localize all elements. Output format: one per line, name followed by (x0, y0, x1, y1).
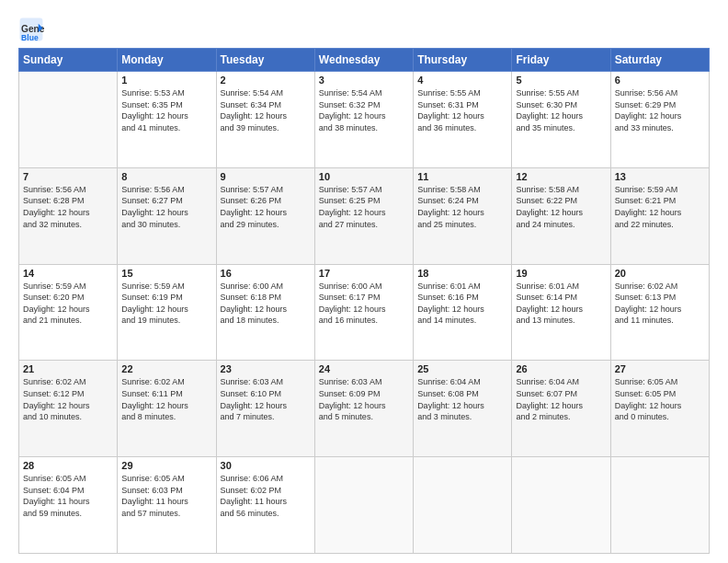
calendar-cell: 10Sunrise: 5:57 AM Sunset: 6:25 PM Dayli… (314, 167, 413, 264)
calendar-cell: 1Sunrise: 5:53 AM Sunset: 6:35 PM Daylig… (118, 72, 216, 168)
calendar-cell (19, 72, 118, 168)
day-info: Sunrise: 5:57 AM Sunset: 6:26 PM Dayligh… (221, 184, 311, 230)
calendar-cell: 21Sunrise: 6:02 AM Sunset: 6:12 PM Dayli… (19, 361, 118, 457)
calendar-cell: 24Sunrise: 6:03 AM Sunset: 6:09 PM Dayli… (314, 361, 413, 457)
day-info: Sunrise: 5:56 AM Sunset: 6:29 PM Dayligh… (615, 87, 705, 133)
day-number: 5 (516, 75, 606, 86)
calendar-cell (314, 457, 413, 554)
day-info: Sunrise: 5:59 AM Sunset: 6:19 PM Dayligh… (121, 281, 211, 327)
day-number: 8 (121, 171, 211, 182)
calendar-cell: 30Sunrise: 6:06 AM Sunset: 6:02 PM Dayli… (216, 457, 314, 554)
calendar-header-monday: Monday (118, 49, 216, 72)
page: General Blue SundayMondayTuesdayWednesda… (0, 0, 728, 563)
day-info: Sunrise: 6:02 AM Sunset: 6:11 PM Dayligh… (121, 376, 211, 422)
day-number: 14 (23, 268, 113, 279)
header: General Blue (18, 17, 710, 42)
svg-text:Blue: Blue (21, 33, 39, 42)
day-info: Sunrise: 6:03 AM Sunset: 6:10 PM Dayligh… (221, 376, 311, 422)
day-number: 9 (221, 171, 311, 182)
day-info: Sunrise: 6:05 AM Sunset: 6:03 PM Dayligh… (121, 473, 211, 519)
day-info: Sunrise: 5:59 AM Sunset: 6:21 PM Dayligh… (615, 184, 705, 230)
calendar-week-row: 7Sunrise: 5:56 AM Sunset: 6:28 PM Daylig… (19, 167, 710, 264)
logo-icon: General Blue (18, 17, 44, 42)
day-info: Sunrise: 5:55 AM Sunset: 6:31 PM Dayligh… (417, 87, 507, 133)
calendar-cell: 6Sunrise: 5:56 AM Sunset: 6:29 PM Daylig… (610, 72, 709, 168)
day-number: 13 (615, 171, 705, 182)
calendar-cell (512, 457, 610, 554)
calendar-header-wednesday: Wednesday (314, 49, 413, 72)
day-info: Sunrise: 5:58 AM Sunset: 6:24 PM Dayligh… (417, 184, 507, 230)
calendar-header-tuesday: Tuesday (216, 49, 314, 72)
day-number: 15 (121, 268, 211, 279)
calendar-cell: 4Sunrise: 5:55 AM Sunset: 6:31 PM Daylig… (414, 72, 512, 168)
day-info: Sunrise: 6:04 AM Sunset: 6:08 PM Dayligh… (417, 376, 507, 422)
day-number: 16 (221, 268, 311, 279)
day-info: Sunrise: 6:00 AM Sunset: 6:17 PM Dayligh… (319, 281, 409, 327)
day-number: 7 (23, 171, 113, 182)
day-number: 25 (417, 363, 507, 374)
calendar-cell: 14Sunrise: 5:59 AM Sunset: 6:20 PM Dayli… (19, 264, 118, 361)
calendar-week-row: 14Sunrise: 5:59 AM Sunset: 6:20 PM Dayli… (19, 264, 710, 361)
day-number: 21 (23, 363, 113, 374)
day-info: Sunrise: 5:56 AM Sunset: 6:27 PM Dayligh… (121, 184, 211, 230)
calendar-cell: 27Sunrise: 6:05 AM Sunset: 6:05 PM Dayli… (610, 361, 709, 457)
day-number: 28 (23, 460, 113, 471)
day-info: Sunrise: 6:01 AM Sunset: 6:14 PM Dayligh… (516, 281, 606, 327)
day-info: Sunrise: 5:58 AM Sunset: 6:22 PM Dayligh… (516, 184, 606, 230)
day-number: 4 (417, 75, 507, 86)
calendar-cell: 20Sunrise: 6:02 AM Sunset: 6:13 PM Dayli… (610, 264, 709, 361)
calendar-cell: 9Sunrise: 5:57 AM Sunset: 6:26 PM Daylig… (216, 167, 314, 264)
calendar-week-row: 28Sunrise: 6:05 AM Sunset: 6:04 PM Dayli… (19, 457, 710, 554)
calendar-week-row: 21Sunrise: 6:02 AM Sunset: 6:12 PM Dayli… (19, 361, 710, 457)
day-number: 29 (121, 460, 211, 471)
day-number: 26 (516, 363, 606, 374)
day-info: Sunrise: 5:57 AM Sunset: 6:25 PM Dayligh… (319, 184, 409, 230)
day-number: 17 (319, 268, 409, 279)
calendar-cell: 28Sunrise: 6:05 AM Sunset: 6:04 PM Dayli… (19, 457, 118, 554)
day-number: 23 (221, 363, 311, 374)
day-info: Sunrise: 6:05 AM Sunset: 6:05 PM Dayligh… (615, 376, 705, 422)
calendar-header-row: SundayMondayTuesdayWednesdayThursdayFrid… (19, 49, 710, 72)
day-info: Sunrise: 5:59 AM Sunset: 6:20 PM Dayligh… (23, 281, 113, 327)
day-number: 30 (221, 460, 311, 471)
logo: General Blue (18, 17, 46, 42)
calendar-cell: 7Sunrise: 5:56 AM Sunset: 6:28 PM Daylig… (19, 167, 118, 264)
calendar-cell: 19Sunrise: 6:01 AM Sunset: 6:14 PM Dayli… (512, 264, 610, 361)
day-number: 12 (516, 171, 606, 182)
calendar-cell: 5Sunrise: 5:55 AM Sunset: 6:30 PM Daylig… (512, 72, 610, 168)
calendar-cell: 16Sunrise: 6:00 AM Sunset: 6:18 PM Dayli… (216, 264, 314, 361)
day-info: Sunrise: 5:56 AM Sunset: 6:28 PM Dayligh… (23, 184, 113, 230)
calendar-cell: 18Sunrise: 6:01 AM Sunset: 6:16 PM Dayli… (414, 264, 512, 361)
calendar-header-thursday: Thursday (414, 49, 512, 72)
calendar-cell: 12Sunrise: 5:58 AM Sunset: 6:22 PM Dayli… (512, 167, 610, 264)
calendar-week-row: 1Sunrise: 5:53 AM Sunset: 6:35 PM Daylig… (19, 72, 710, 168)
day-number: 10 (319, 171, 409, 182)
day-number: 18 (417, 268, 507, 279)
calendar-header-friday: Friday (512, 49, 610, 72)
calendar-cell: 26Sunrise: 6:04 AM Sunset: 6:07 PM Dayli… (512, 361, 610, 457)
calendar-cell: 15Sunrise: 5:59 AM Sunset: 6:19 PM Dayli… (118, 264, 216, 361)
day-number: 1 (121, 75, 211, 86)
calendar-header-sunday: Sunday (19, 49, 118, 72)
day-info: Sunrise: 5:54 AM Sunset: 6:34 PM Dayligh… (221, 87, 311, 133)
day-number: 22 (121, 363, 211, 374)
day-number: 6 (615, 75, 705, 86)
day-info: Sunrise: 6:02 AM Sunset: 6:12 PM Dayligh… (23, 376, 113, 422)
day-number: 19 (516, 268, 606, 279)
calendar-cell: 25Sunrise: 6:04 AM Sunset: 6:08 PM Dayli… (414, 361, 512, 457)
day-info: Sunrise: 6:04 AM Sunset: 6:07 PM Dayligh… (516, 376, 606, 422)
calendar-cell: 8Sunrise: 5:56 AM Sunset: 6:27 PM Daylig… (118, 167, 216, 264)
day-info: Sunrise: 5:55 AM Sunset: 6:30 PM Dayligh… (516, 87, 606, 133)
day-info: Sunrise: 6:00 AM Sunset: 6:18 PM Dayligh… (221, 281, 311, 327)
calendar-cell: 13Sunrise: 5:59 AM Sunset: 6:21 PM Dayli… (610, 167, 709, 264)
day-info: Sunrise: 5:53 AM Sunset: 6:35 PM Dayligh… (121, 87, 211, 133)
calendar-cell: 3Sunrise: 5:54 AM Sunset: 6:32 PM Daylig… (314, 72, 413, 168)
calendar-cell: 23Sunrise: 6:03 AM Sunset: 6:10 PM Dayli… (216, 361, 314, 457)
day-info: Sunrise: 6:01 AM Sunset: 6:16 PM Dayligh… (417, 281, 507, 327)
calendar-table: SundayMondayTuesdayWednesdayThursdayFrid… (18, 48, 710, 554)
day-info: Sunrise: 6:03 AM Sunset: 6:09 PM Dayligh… (319, 376, 409, 422)
calendar-cell: 17Sunrise: 6:00 AM Sunset: 6:17 PM Dayli… (314, 264, 413, 361)
calendar-header-saturday: Saturday (610, 49, 709, 72)
calendar-cell: 11Sunrise: 5:58 AM Sunset: 6:24 PM Dayli… (414, 167, 512, 264)
day-info: Sunrise: 6:02 AM Sunset: 6:13 PM Dayligh… (615, 281, 705, 327)
